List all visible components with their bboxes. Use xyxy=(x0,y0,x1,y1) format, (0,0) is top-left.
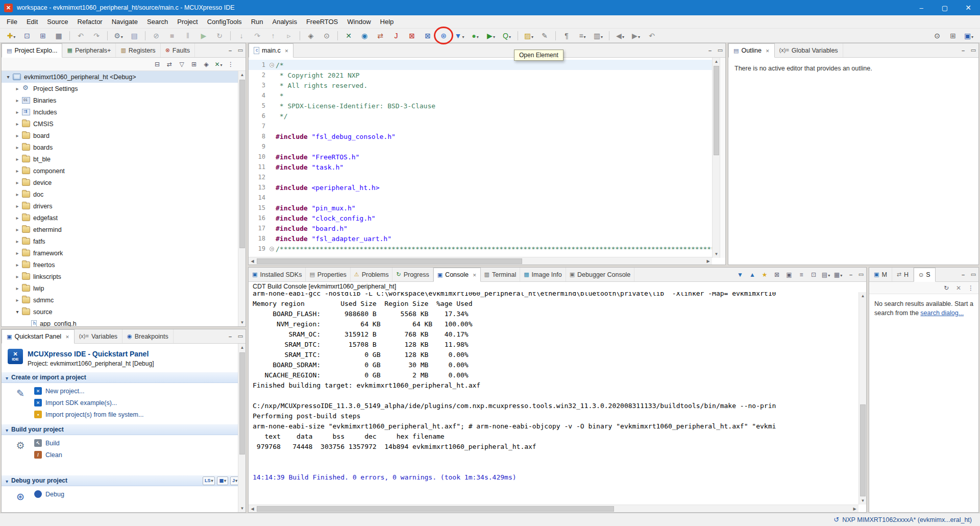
save-all-icon[interactable]: ⊞ xyxy=(36,30,50,42)
tab-quickstart-panel[interactable]: ▣Quickstart Panel xyxy=(2,329,75,344)
print-icon[interactable]: ▦ xyxy=(52,30,66,42)
tab-breakpoints[interactable]: ◉Breakpoints xyxy=(122,329,174,343)
quickstart-item-import-sdk-example-s[interactable]: Import SDK example(s)... xyxy=(34,399,143,407)
show-whitespace-icon[interactable]: ¶ xyxy=(559,30,574,42)
code-line-6[interactable]: 6 */ xyxy=(249,111,712,121)
tree-collapsed-arrow-icon[interactable] xyxy=(14,285,21,291)
section-collapse-icon[interactable] xyxy=(6,426,8,434)
fold-collapse-icon[interactable] xyxy=(270,63,274,67)
section-header-build-your-project[interactable]: Build your project xyxy=(2,424,246,435)
dropdown-arrow-icon[interactable] xyxy=(827,271,830,278)
tab-faults[interactable]: ⊗Faults xyxy=(161,43,195,57)
tab-progress[interactable]: ↻Progress xyxy=(393,268,433,281)
minimize-view-icon[interactable] xyxy=(846,268,856,281)
refresh-icon[interactable]: ↻ xyxy=(941,282,952,294)
tree-collapsed-arrow-icon[interactable] xyxy=(14,86,21,91)
scroll-to-bottom-icon[interactable]: ▼ xyxy=(734,269,746,280)
dropdown-arrow-icon[interactable] xyxy=(210,478,213,483)
code-line-18[interactable]: 18#include "fsl_adapter_uart.h" xyxy=(249,233,712,244)
scroll-down-icon[interactable]: ▼ xyxy=(859,497,867,505)
undo-icon[interactable]: ↶ xyxy=(74,30,88,42)
sdk-view-icon[interactable]: ✕ xyxy=(213,59,224,70)
gui-flash-tool-icon[interactable]: ▼ xyxy=(452,30,467,42)
menu-run[interactable]: Run xyxy=(247,16,268,28)
target-refresh-icon[interactable]: ↺ xyxy=(834,516,839,523)
mcux-perspective-icon[interactable]: ▣ xyxy=(962,30,976,42)
word-wrap-icon[interactable]: ≡ xyxy=(796,269,807,280)
tab-variables[interactable]: (x)=Variables xyxy=(75,329,122,343)
instruction-stepping-icon[interactable]: ▹ xyxy=(282,30,296,42)
dropdown-arrow-icon[interactable] xyxy=(622,32,624,40)
code-line-7[interactable]: 7 xyxy=(249,121,712,131)
tab-s[interactable]: ⊙S xyxy=(914,268,936,282)
debug-target-icon[interactable]: ⊛Open Element xyxy=(436,30,451,42)
code-line-4[interactable]: 4 * xyxy=(249,90,712,101)
tree-item-drivers[interactable]: drivers xyxy=(2,200,246,212)
tree-collapsed-arrow-icon[interactable] xyxy=(14,227,21,232)
tab-console[interactable]: ▣Console xyxy=(433,268,481,282)
dropdown-arrow-icon[interactable] xyxy=(235,478,237,483)
tree-item-evkmimxrt1060-peripheral-ht-debug[interactable]: evkmimxrt1060_peripheral_ht <Debug> xyxy=(2,71,246,83)
code-line-1[interactable]: 1/* xyxy=(249,60,712,70)
tab-m[interactable]: ▣M xyxy=(869,268,892,281)
expand-icon[interactable]: ⊞ xyxy=(188,59,200,70)
tab-outline[interactable]: ▤Outline xyxy=(728,43,775,58)
pin-console-icon[interactable]: ⊡ xyxy=(808,269,819,280)
tab-installed-sdks[interactable]: ▣Installed SDKs xyxy=(249,268,306,281)
dropdown-arrow-icon[interactable] xyxy=(220,61,223,68)
quickstart-item-debug[interactable]: Debug xyxy=(34,490,64,498)
restart-icon[interactable]: ↻ xyxy=(212,30,227,42)
section-header-create-or-import-a-project[interactable]: Create or import a project xyxy=(2,372,246,383)
scroll-right-icon[interactable]: ▶ xyxy=(704,257,712,265)
editor-vscrollbar[interactable]: ▲ ▼ xyxy=(712,58,720,258)
menu-project[interactable]: Project xyxy=(173,16,202,28)
step-return-icon[interactable]: ↑ xyxy=(266,30,280,42)
scroll-up-icon[interactable]: ▲ xyxy=(713,58,720,65)
tab-terminal[interactable]: ▥Terminal xyxy=(481,268,521,281)
tree-item-board[interactable]: board xyxy=(2,130,246,141)
resume-icon[interactable]: ▶ xyxy=(197,30,211,42)
scrollbar-thumb[interactable] xyxy=(239,352,245,455)
search-dialog-link[interactable]: search dialog... xyxy=(920,309,964,317)
filter-icon[interactable]: ▽ xyxy=(176,59,187,70)
code-line-10[interactable]: 10#include "FreeRTOS.h" xyxy=(249,152,712,162)
dropdown-arrow-icon[interactable] xyxy=(971,32,973,40)
dropdown-arrow-icon[interactable] xyxy=(224,478,226,483)
scrollbar-thumb[interactable] xyxy=(239,80,245,248)
tab-peripherals[interactable]: ▦Peripherals+ xyxy=(62,43,116,57)
tree-item-bt-ble[interactable]: bt_ble xyxy=(2,153,246,165)
console-vscrollbar[interactable]: ▲ ▼ xyxy=(859,292,866,505)
tree-collapsed-arrow-icon[interactable] xyxy=(14,156,21,162)
search-icon[interactable]: ⊙ xyxy=(930,30,944,42)
tab-main-c[interactable]: main.c xyxy=(249,43,293,58)
minimize-view-icon[interactable] xyxy=(225,329,235,343)
scroll-right-icon[interactable]: ▶ xyxy=(851,505,859,513)
maximize-view-icon[interactable] xyxy=(235,329,246,343)
link-with-editor-icon[interactable]: ⇄ xyxy=(164,59,175,70)
redo-icon[interactable]: ↷ xyxy=(89,30,104,42)
close-icon[interactable] xyxy=(764,47,770,54)
tab-project-explo[interactable]: ▤Project Explo... xyxy=(2,43,62,58)
minimize-view-icon[interactable] xyxy=(705,43,715,57)
minimize-view-icon[interactable] xyxy=(958,43,968,57)
minimize-view-icon[interactable] xyxy=(225,43,235,57)
tree-item-freertos[interactable]: freertos xyxy=(2,259,246,271)
jlink-probe-icon[interactable]: J xyxy=(389,30,403,42)
build-icon[interactable]: ⚙ xyxy=(111,30,126,42)
scroll-left-icon[interactable]: ◀ xyxy=(249,257,256,265)
skip-breakpoints-icon[interactable]: ⊘ xyxy=(149,30,163,42)
tab-image-info[interactable]: ▩Image Info xyxy=(520,268,566,281)
tree-item-framework[interactable]: framework xyxy=(2,247,246,259)
view-menu-icon[interactable]: ⋮ xyxy=(225,59,236,70)
tree-item-app-config-h[interactable]: app_config.h xyxy=(2,318,246,327)
dropdown-arrow-icon[interactable] xyxy=(508,32,511,40)
collapse-all-icon[interactable]: ⊟ xyxy=(152,59,163,70)
tree-item-ethermind[interactable]: ethermind xyxy=(2,224,246,235)
tree-item-project-settings[interactable]: Project Settings xyxy=(2,83,246,94)
tree-collapsed-arrow-icon[interactable] xyxy=(14,274,21,279)
save-icon[interactable]: ⊡ xyxy=(20,30,34,42)
close-icon[interactable] xyxy=(64,333,69,340)
tab-debugger-console[interactable]: ▣Debugger Console xyxy=(566,268,635,281)
tree-item-linkscripts[interactable]: linkscripts xyxy=(2,271,246,282)
menu-search[interactable]: Search xyxy=(142,16,173,28)
